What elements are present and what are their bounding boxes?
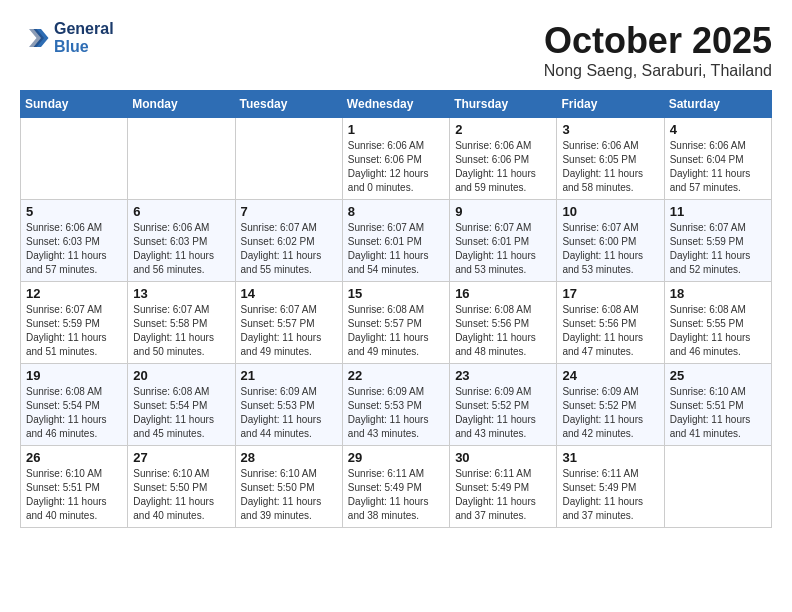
month-title: October 2025 (544, 20, 772, 62)
calendar-week-row: 12Sunrise: 6:07 AM Sunset: 5:59 PM Dayli… (21, 282, 772, 364)
day-number: 5 (26, 204, 122, 219)
day-number: 1 (348, 122, 444, 137)
day-info: Sunrise: 6:11 AM Sunset: 5:49 PM Dayligh… (562, 467, 658, 523)
day-info: Sunrise: 6:08 AM Sunset: 5:55 PM Dayligh… (670, 303, 766, 359)
calendar-cell: 11Sunrise: 6:07 AM Sunset: 5:59 PM Dayli… (664, 200, 771, 282)
calendar-cell: 17Sunrise: 6:08 AM Sunset: 5:56 PM Dayli… (557, 282, 664, 364)
day-info: Sunrise: 6:07 AM Sunset: 6:02 PM Dayligh… (241, 221, 337, 277)
calendar-cell: 27Sunrise: 6:10 AM Sunset: 5:50 PM Dayli… (128, 446, 235, 528)
day-info: Sunrise: 6:09 AM Sunset: 5:52 PM Dayligh… (562, 385, 658, 441)
calendar-cell (21, 118, 128, 200)
day-number: 3 (562, 122, 658, 137)
calendar-cell: 28Sunrise: 6:10 AM Sunset: 5:50 PM Dayli… (235, 446, 342, 528)
calendar-cell: 31Sunrise: 6:11 AM Sunset: 5:49 PM Dayli… (557, 446, 664, 528)
day-info: Sunrise: 6:09 AM Sunset: 5:53 PM Dayligh… (348, 385, 444, 441)
day-number: 25 (670, 368, 766, 383)
calendar-cell: 20Sunrise: 6:08 AM Sunset: 5:54 PM Dayli… (128, 364, 235, 446)
day-number: 27 (133, 450, 229, 465)
calendar-cell (128, 118, 235, 200)
day-number: 16 (455, 286, 551, 301)
day-number: 26 (26, 450, 122, 465)
day-number: 4 (670, 122, 766, 137)
calendar-cell (235, 118, 342, 200)
location-subtitle: Nong Saeng, Saraburi, Thailand (544, 62, 772, 80)
day-info: Sunrise: 6:07 AM Sunset: 6:01 PM Dayligh… (455, 221, 551, 277)
day-info: Sunrise: 6:11 AM Sunset: 5:49 PM Dayligh… (348, 467, 444, 523)
day-info: Sunrise: 6:11 AM Sunset: 5:49 PM Dayligh… (455, 467, 551, 523)
day-info: Sunrise: 6:06 AM Sunset: 6:03 PM Dayligh… (133, 221, 229, 277)
day-number: 10 (562, 204, 658, 219)
day-info: Sunrise: 6:10 AM Sunset: 5:50 PM Dayligh… (133, 467, 229, 523)
day-info: Sunrise: 6:07 AM Sunset: 5:59 PM Dayligh… (26, 303, 122, 359)
calendar-cell: 29Sunrise: 6:11 AM Sunset: 5:49 PM Dayli… (342, 446, 449, 528)
day-number: 2 (455, 122, 551, 137)
day-info: Sunrise: 6:09 AM Sunset: 5:52 PM Dayligh… (455, 385, 551, 441)
day-info: Sunrise: 6:06 AM Sunset: 6:06 PM Dayligh… (455, 139, 551, 195)
calendar-cell: 10Sunrise: 6:07 AM Sunset: 6:00 PM Dayli… (557, 200, 664, 282)
day-number: 15 (348, 286, 444, 301)
day-info: Sunrise: 6:08 AM Sunset: 5:57 PM Dayligh… (348, 303, 444, 359)
calendar-cell: 9Sunrise: 6:07 AM Sunset: 6:01 PM Daylig… (450, 200, 557, 282)
day-number: 13 (133, 286, 229, 301)
calendar-cell: 2Sunrise: 6:06 AM Sunset: 6:06 PM Daylig… (450, 118, 557, 200)
logo-text: General Blue (54, 20, 114, 56)
calendar-cell: 4Sunrise: 6:06 AM Sunset: 6:04 PM Daylig… (664, 118, 771, 200)
weekday-header: Sunday (21, 91, 128, 118)
day-info: Sunrise: 6:07 AM Sunset: 6:01 PM Dayligh… (348, 221, 444, 277)
day-number: 21 (241, 368, 337, 383)
calendar-week-row: 26Sunrise: 6:10 AM Sunset: 5:51 PM Dayli… (21, 446, 772, 528)
page-header: General Blue October 2025 Nong Saeng, Sa… (20, 20, 772, 80)
day-number: 22 (348, 368, 444, 383)
calendar-cell: 3Sunrise: 6:06 AM Sunset: 6:05 PM Daylig… (557, 118, 664, 200)
weekday-header: Wednesday (342, 91, 449, 118)
calendar-cell: 12Sunrise: 6:07 AM Sunset: 5:59 PM Dayli… (21, 282, 128, 364)
calendar-cell: 22Sunrise: 6:09 AM Sunset: 5:53 PM Dayli… (342, 364, 449, 446)
day-info: Sunrise: 6:07 AM Sunset: 5:58 PM Dayligh… (133, 303, 229, 359)
logo: General Blue (20, 20, 114, 56)
day-number: 23 (455, 368, 551, 383)
calendar-header-row: SundayMondayTuesdayWednesdayThursdayFrid… (21, 91, 772, 118)
calendar-cell: 1Sunrise: 6:06 AM Sunset: 6:06 PM Daylig… (342, 118, 449, 200)
day-number: 29 (348, 450, 444, 465)
logo-icon (20, 23, 50, 53)
weekday-header: Monday (128, 91, 235, 118)
calendar-cell: 14Sunrise: 6:07 AM Sunset: 5:57 PM Dayli… (235, 282, 342, 364)
calendar-cell: 21Sunrise: 6:09 AM Sunset: 5:53 PM Dayli… (235, 364, 342, 446)
day-info: Sunrise: 6:10 AM Sunset: 5:51 PM Dayligh… (670, 385, 766, 441)
calendar-cell: 19Sunrise: 6:08 AM Sunset: 5:54 PM Dayli… (21, 364, 128, 446)
day-info: Sunrise: 6:06 AM Sunset: 6:05 PM Dayligh… (562, 139, 658, 195)
day-number: 31 (562, 450, 658, 465)
calendar-cell: 25Sunrise: 6:10 AM Sunset: 5:51 PM Dayli… (664, 364, 771, 446)
day-info: Sunrise: 6:08 AM Sunset: 5:56 PM Dayligh… (455, 303, 551, 359)
calendar-cell: 8Sunrise: 6:07 AM Sunset: 6:01 PM Daylig… (342, 200, 449, 282)
calendar-cell: 5Sunrise: 6:06 AM Sunset: 6:03 PM Daylig… (21, 200, 128, 282)
calendar-cell (664, 446, 771, 528)
day-number: 9 (455, 204, 551, 219)
calendar-cell: 24Sunrise: 6:09 AM Sunset: 5:52 PM Dayli… (557, 364, 664, 446)
weekday-header: Saturday (664, 91, 771, 118)
day-number: 24 (562, 368, 658, 383)
day-number: 8 (348, 204, 444, 219)
weekday-header: Thursday (450, 91, 557, 118)
calendar-cell: 30Sunrise: 6:11 AM Sunset: 5:49 PM Dayli… (450, 446, 557, 528)
calendar-cell: 16Sunrise: 6:08 AM Sunset: 5:56 PM Dayli… (450, 282, 557, 364)
day-number: 12 (26, 286, 122, 301)
calendar-week-row: 1Sunrise: 6:06 AM Sunset: 6:06 PM Daylig… (21, 118, 772, 200)
day-info: Sunrise: 6:08 AM Sunset: 5:54 PM Dayligh… (26, 385, 122, 441)
day-number: 20 (133, 368, 229, 383)
weekday-header: Tuesday (235, 91, 342, 118)
day-info: Sunrise: 6:10 AM Sunset: 5:50 PM Dayligh… (241, 467, 337, 523)
day-info: Sunrise: 6:06 AM Sunset: 6:04 PM Dayligh… (670, 139, 766, 195)
day-number: 18 (670, 286, 766, 301)
calendar-cell: 13Sunrise: 6:07 AM Sunset: 5:58 PM Dayli… (128, 282, 235, 364)
calendar-cell: 18Sunrise: 6:08 AM Sunset: 5:55 PM Dayli… (664, 282, 771, 364)
weekday-header: Friday (557, 91, 664, 118)
day-info: Sunrise: 6:07 AM Sunset: 6:00 PM Dayligh… (562, 221, 658, 277)
day-number: 19 (26, 368, 122, 383)
calendar-cell: 23Sunrise: 6:09 AM Sunset: 5:52 PM Dayli… (450, 364, 557, 446)
day-info: Sunrise: 6:07 AM Sunset: 5:59 PM Dayligh… (670, 221, 766, 277)
day-info: Sunrise: 6:08 AM Sunset: 5:56 PM Dayligh… (562, 303, 658, 359)
calendar-week-row: 5Sunrise: 6:06 AM Sunset: 6:03 PM Daylig… (21, 200, 772, 282)
day-info: Sunrise: 6:08 AM Sunset: 5:54 PM Dayligh… (133, 385, 229, 441)
day-info: Sunrise: 6:06 AM Sunset: 6:06 PM Dayligh… (348, 139, 444, 195)
